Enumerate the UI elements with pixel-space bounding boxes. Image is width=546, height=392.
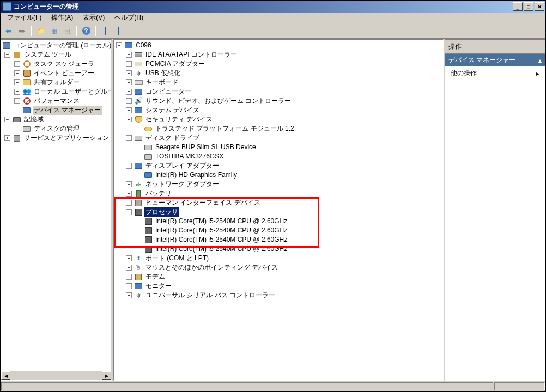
expand-icon[interactable]: + [14,70,20,76]
tree-task-scheduler[interactable]: + タスク スケジューラ [2,59,110,69]
collapse-arrow-icon: ▴ [538,57,542,64]
menu-file[interactable]: ファイル(F) [3,12,46,23]
device-ide[interactable]: + IDE ATA/ATAPI コントローラー [116,50,441,59]
device-keyboard[interactable]: + キーボード [116,78,441,87]
device-display[interactable]: − ディスプレイ アダプター [116,161,441,170]
properties-button[interactable]: ▦ [48,25,60,37]
list-button[interactable]: ▤ [61,25,73,37]
disk-icon [144,152,153,161]
expand-icon[interactable]: + [126,98,132,104]
device-monitor[interactable]: + モニター [116,281,441,291]
scan-button[interactable] [99,25,111,37]
device-modem[interactable]: + モデム [116,272,441,281]
expand-icon[interactable]: + [14,79,20,85]
scroll-left-button[interactable]: ◀ [1,371,10,380]
tree-root[interactable]: コンピューターの管理 (ローカル) [2,41,110,50]
expand-icon[interactable]: + [14,89,20,95]
actions-section-title[interactable]: デバイス マネージャー ▴ [445,54,545,66]
tree-event-viewer[interactable]: + イベント ビューアー [2,69,110,78]
device-security[interactable]: − セキュリティ デバイス [116,115,441,124]
expand-icon[interactable]: + [126,255,132,261]
expand-icon[interactable]: + [126,61,132,67]
expand-icon[interactable]: + [126,274,132,280]
device-seagate[interactable]: Seagate BUP Slim SL USB Device [116,143,441,152]
device-hid[interactable]: + ヒューマン インターフェイス デバイス [116,198,441,207]
device-root[interactable]: − C096 [116,41,441,50]
expand-icon[interactable]: + [126,200,132,206]
refresh-button[interactable] [112,25,124,37]
expand-icon[interactable]: + [14,98,20,104]
device-disk-drives[interactable]: − ディスク ドライブ [116,133,441,143]
tree-system-tools[interactable]: − システム ツール [2,50,110,59]
collapse-icon[interactable]: − [4,52,10,58]
tree-label: ユニバーサル シリアル バス コントローラー [144,291,276,300]
collapse-icon[interactable]: − [126,163,132,169]
tree-performance[interactable]: + パフォーマンス [2,96,110,106]
tree-label: バッテリ [144,189,173,198]
expand-icon[interactable]: + [4,135,10,141]
device-computer[interactable]: + コンピューター [116,87,441,96]
expand-icon[interactable]: + [126,292,132,298]
expand-icon[interactable]: + [126,70,132,76]
expand-icon[interactable]: + [126,52,132,58]
device-tpm[interactable]: トラステッド プラットフォーム モジュール 1.2 [116,124,441,133]
device-sound[interactable]: + 🔊 サウンド、ビデオ、およびゲーム コントローラー [116,96,441,106]
processor-icon [144,217,153,226]
collapse-icon[interactable]: − [116,42,122,48]
expand-icon[interactable]: + [126,191,132,197]
tree-local-users[interactable]: + 👥 ローカル ユーザーとグルー [2,87,110,96]
collapse-icon[interactable]: − [126,135,132,141]
tree-storage[interactable]: − 記憶域 [2,115,110,124]
device-toshiba[interactable]: TOSHIBA MK3276GSX [116,152,441,161]
minimize-button[interactable]: _ [513,2,523,11]
tree-shared-folders[interactable]: + 共有フォルダー [2,78,110,87]
up-button[interactable]: 📁 [35,25,47,37]
expand-icon[interactable]: + [126,107,132,113]
tree-label: Intel(R) Core(TM) i5-2540M CPU @ 2.60GHz [154,244,288,254]
device-cpu-2[interactable]: Intel(R) Core(TM) i5-2540M CPU @ 2.60GHz [116,226,441,235]
expand-icon[interactable]: + [14,61,20,67]
collapse-icon[interactable]: − [4,117,10,122]
device-cpu-4[interactable]: Intel(R) Core(TM) i5-2540M CPU @ 2.60GHz [116,244,441,254]
device-ports[interactable]: + ⬍ ポート (COM と LPT) [116,254,441,263]
expand-icon[interactable]: + [126,283,132,289]
tree-label: コンピューターの管理 (ローカル) [13,41,111,50]
help-button[interactable]: ? [80,25,92,37]
back-button[interactable]: ⬅ [3,25,15,37]
device-network[interactable]: + 🖧 ネットワーク アダプター [116,180,441,189]
device-battery[interactable]: + バッテリ [116,189,441,198]
device-system[interactable]: + システム デバイス [116,106,441,115]
console-tree-scroll[interactable]: コンピューターの管理 (ローカル) − システム ツール + タスク スケジュー… [1,40,111,371]
device-tree-panel[interactable]: − C096 + IDE ATA/ATAPI コントローラー + PCMCIA … [113,39,444,381]
device-pcmcia[interactable]: + PCMCIA アダプター [116,59,441,69]
menu-action[interactable]: 操作(A) [47,12,77,23]
horizontal-scrollbar[interactable]: ◀ ▶ [1,371,111,380]
scroll-right-button[interactable]: ▶ [102,371,111,380]
usb-icon: ψ [134,69,143,78]
tree-services-apps[interactable]: + サービスとアプリケーション [2,133,110,143]
expand-icon[interactable]: + [126,89,132,95]
tree-device-manager[interactable]: デバイス マネージャー [2,106,110,115]
device-intel-hd[interactable]: Intel(R) HD Graphics Family [116,170,441,180]
expand-icon[interactable]: + [126,79,132,85]
menu-view[interactable]: 表示(V) [78,12,109,23]
tree-disk-management[interactable]: ディスクの管理 [2,124,110,133]
device-cpu-1[interactable]: Intel(R) Core(TM) i5-2540M CPU @ 2.60GHz [116,217,441,226]
maximize-button[interactable]: □ [524,2,533,11]
collapse-icon[interactable]: − [126,209,132,215]
disk-icon [144,143,153,152]
expand-icon[interactable]: + [126,181,132,187]
keyboard-icon [134,78,143,87]
forward-button[interactable]: ➡ [16,25,28,37]
actions-more[interactable]: 他の操作 ▸ [445,66,545,80]
close-button[interactable]: ✕ [535,2,544,11]
device-cpu-3[interactable]: Intel(R) Core(TM) i5-2540M CPU @ 2.60GHz [116,235,441,244]
menu-help[interactable]: ヘルプ(H) [110,12,148,23]
device-processor[interactable]: − プロセッサ [116,207,441,217]
device-mouse[interactable]: + 🖱 マウスとそのほかのポインティング デバイス [116,263,441,272]
tree-label: モニター [144,281,173,291]
device-usb-controller[interactable]: + ψ ユニバーサル シリアル バス コントローラー [116,291,441,300]
collapse-icon[interactable]: − [126,117,132,122]
expand-icon[interactable]: + [126,265,132,271]
device-usb-virt[interactable]: + ψ USB 仮想化 [116,69,441,78]
